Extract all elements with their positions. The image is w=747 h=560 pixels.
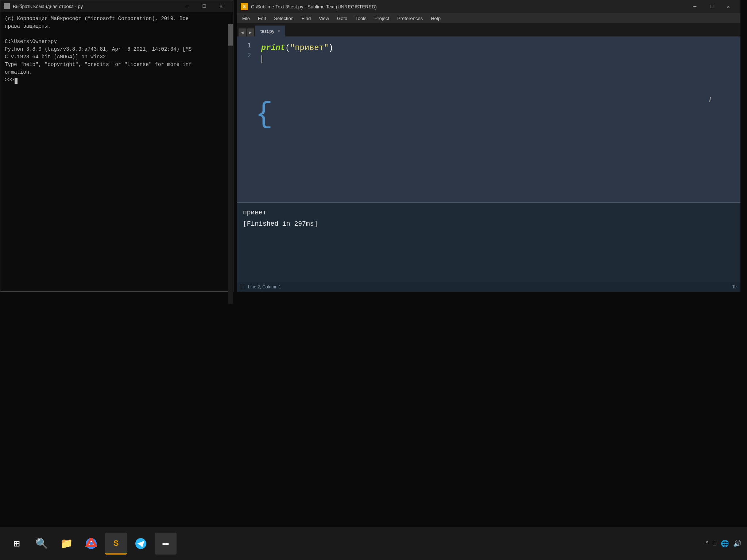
output-line-1: привет bbox=[243, 207, 735, 218]
tray-display-icon[interactable]: □ bbox=[713, 540, 716, 547]
cmd-scrollbar-thumb[interactable] bbox=[228, 24, 233, 46]
telegram-button[interactable] bbox=[130, 533, 152, 555]
sublime-window[interactable]: S C:\Sublime Text 3\test.py - Sublime Te… bbox=[237, 0, 740, 292]
output-panel: привет [Finished in 297ms] bbox=[237, 202, 740, 282]
menu-preferences[interactable]: Preferences bbox=[394, 15, 426, 22]
paren-close: ) bbox=[329, 41, 333, 55]
keyword-print: print bbox=[261, 41, 285, 55]
status-position: Line 2, Column 1 bbox=[248, 284, 281, 289]
sublime-close[interactable]: ✕ bbox=[720, 1, 737, 12]
sublime-maximize[interactable]: □ bbox=[703, 1, 720, 12]
cmd-line-python2: C v.1928 64 bit (AMD64)] on win32 bbox=[5, 53, 226, 61]
line-numbers: 1 2 bbox=[237, 36, 255, 202]
close-button[interactable]: ✕ bbox=[213, 0, 229, 12]
code-line-2 bbox=[261, 55, 735, 63]
code-area[interactable]: print ( "привет" ) I { bbox=[255, 36, 740, 202]
sublime-taskbar-button[interactable]: S bbox=[105, 533, 127, 555]
tab-filename: test.py bbox=[260, 28, 274, 34]
taskbar-right: ^ □ 🌐 🔊 bbox=[706, 540, 741, 548]
cmd-titlebar: C:\ Выбрать Командная строка - py ─ □ ✕ bbox=[0, 0, 233, 12]
cursor-i-beam: I bbox=[709, 95, 711, 104]
tray-volume-icon[interactable]: 🔊 bbox=[733, 540, 741, 548]
cmd-line-1: (c) Корпорация Майкрософт (Microsoft Cor… bbox=[5, 15, 226, 30]
menu-selection[interactable]: Selection bbox=[270, 15, 297, 22]
sublime-tabs: ◀ ▶ test.py × bbox=[237, 23, 740, 36]
explorer-button[interactable]: 📁 bbox=[55, 533, 77, 555]
code-line-1: print ( "привет" ) bbox=[261, 41, 735, 55]
sublime-icon: S bbox=[241, 3, 248, 10]
cmd-line-ormation: ormation. bbox=[5, 69, 226, 76]
sublime-titlebar: S C:\Sublime Text 3\test.py - Sublime Te… bbox=[237, 0, 740, 13]
tab-close-button[interactable]: × bbox=[277, 28, 280, 34]
cmd-icon: C:\ bbox=[4, 3, 10, 9]
cmd-line-type: Type "help", "copyright", "credits" or "… bbox=[5, 61, 226, 69]
tray-globe-icon[interactable]: 🌐 bbox=[721, 540, 729, 548]
sublime-minimize[interactable]: ─ bbox=[686, 1, 703, 12]
line-num-2: 2 bbox=[237, 51, 255, 61]
tab-nav[interactable]: ◀ ▶ bbox=[239, 28, 254, 36]
sublime-title: C:\Sublime Text 3\test.py - Sublime Text… bbox=[251, 4, 377, 9]
cmd-line-prompt: C:\Users\Owner>py bbox=[5, 38, 226, 46]
menu-edit[interactable]: Edit bbox=[254, 15, 270, 22]
tab-testpy[interactable]: test.py × bbox=[255, 26, 285, 36]
menu-project[interactable]: Project bbox=[371, 15, 393, 22]
system-tray-icons: ^ □ 🌐 🔊 bbox=[706, 540, 741, 548]
taskbar: ⊞ 🔍 📁 S ▬▬ ^ □ 🌐 🔊 bbox=[0, 527, 747, 560]
status-right: Te bbox=[732, 284, 737, 289]
maximize-button[interactable]: □ bbox=[196, 0, 213, 12]
cmd-content: (c) Корпорация Майкрософт (Microsoft Cor… bbox=[0, 12, 233, 291]
start-button[interactable]: ⊞ bbox=[6, 533, 28, 555]
menu-goto[interactable]: Goto bbox=[333, 15, 351, 22]
cmd-cursor bbox=[15, 78, 18, 84]
sublime-menubar: File Edit Selection Find View Goto Tools… bbox=[237, 13, 740, 23]
sublime-editor[interactable]: 1 2 print ( "привет" ) I { bbox=[237, 36, 740, 202]
menu-tools[interactable]: Tools bbox=[352, 15, 370, 22]
minimize-button[interactable]: ─ bbox=[179, 0, 196, 12]
search-button[interactable]: 🔍 bbox=[31, 533, 53, 555]
cmd-line-blank bbox=[5, 30, 226, 38]
tab-nav-right[interactable]: ▶ bbox=[247, 28, 254, 36]
sublime-statusbar: Line 2, Column 1 Te bbox=[237, 282, 740, 292]
terminal-button[interactable]: ▬▬ bbox=[155, 533, 177, 555]
cmd-window[interactable]: C:\ Выбрать Командная строка - py ─ □ ✕ … bbox=[0, 0, 233, 292]
menu-help[interactable]: Help bbox=[427, 15, 444, 22]
line-num-1: 1 bbox=[237, 41, 255, 51]
status-indicator bbox=[241, 285, 245, 289]
brace-decoration: { bbox=[255, 100, 273, 129]
cmd-window-controls[interactable]: ─ □ ✕ bbox=[179, 0, 229, 12]
string-privet: "привет" bbox=[290, 41, 329, 55]
menu-view[interactable]: View bbox=[315, 15, 333, 22]
editor-cursor bbox=[262, 55, 262, 63]
menu-file[interactable]: File bbox=[239, 15, 253, 22]
tray-chevron-icon[interactable]: ^ bbox=[706, 540, 709, 547]
output-line-2: [Finished in 297ms] bbox=[243, 218, 735, 230]
chrome-button[interactable] bbox=[80, 533, 102, 555]
sublime-window-controls[interactable]: ─ □ ✕ bbox=[686, 1, 737, 12]
tab-nav-left[interactable]: ◀ bbox=[239, 28, 246, 36]
cmd-line-repl: >>> bbox=[5, 76, 226, 84]
paren-open: ( bbox=[285, 41, 290, 55]
cmd-scrollbar[interactable] bbox=[228, 24, 233, 304]
cmd-title: Выбрать Командная строка - py bbox=[13, 4, 83, 9]
cmd-line-python: Python 3.8.9 (tags/v3.8.9:a743f81, Apr 6… bbox=[5, 46, 226, 53]
menu-find[interactable]: Find bbox=[298, 15, 314, 22]
